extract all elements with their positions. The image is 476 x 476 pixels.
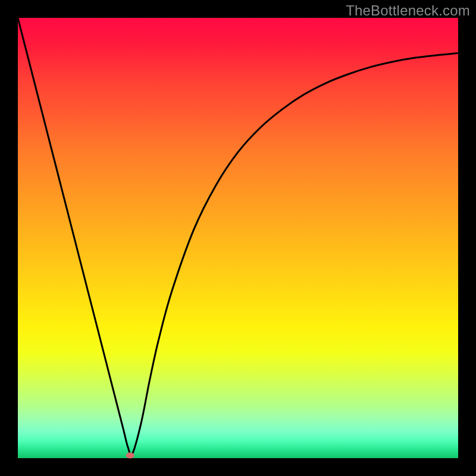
minimum-marker (126, 453, 134, 459)
watermark-text: TheBottleneck.com (346, 2, 470, 19)
bottleneck-curve (18, 18, 458, 455)
chart-frame: TheBottleneck.com (0, 0, 476, 476)
plot-area (18, 18, 458, 458)
curve-svg (18, 18, 458, 458)
